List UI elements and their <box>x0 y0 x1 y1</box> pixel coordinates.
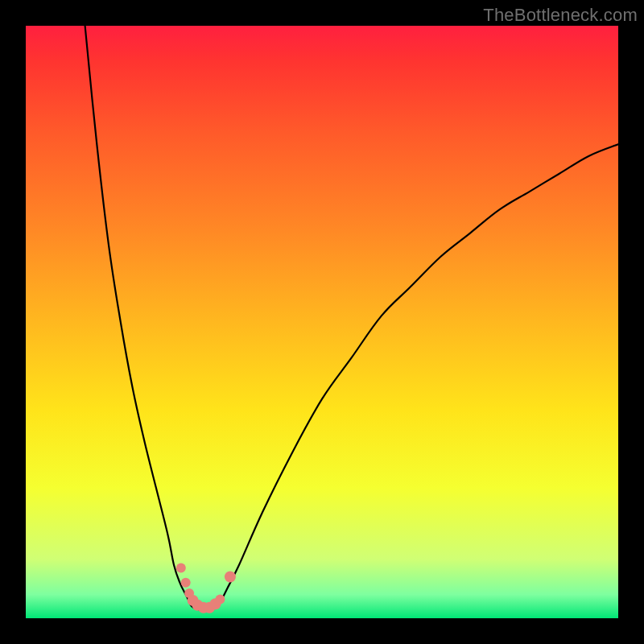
marker-dot <box>225 572 236 583</box>
watermark-text: TheBottleneck.com <box>483 5 638 26</box>
marker-dot <box>176 563 186 572</box>
plot-area <box>26 26 618 618</box>
marker-dot <box>215 594 225 604</box>
marker-dot <box>181 578 191 588</box>
curve-svg <box>26 26 618 618</box>
bottleneck-curve <box>85 26 618 609</box>
outer-frame: TheBottleneck.com <box>0 0 644 644</box>
